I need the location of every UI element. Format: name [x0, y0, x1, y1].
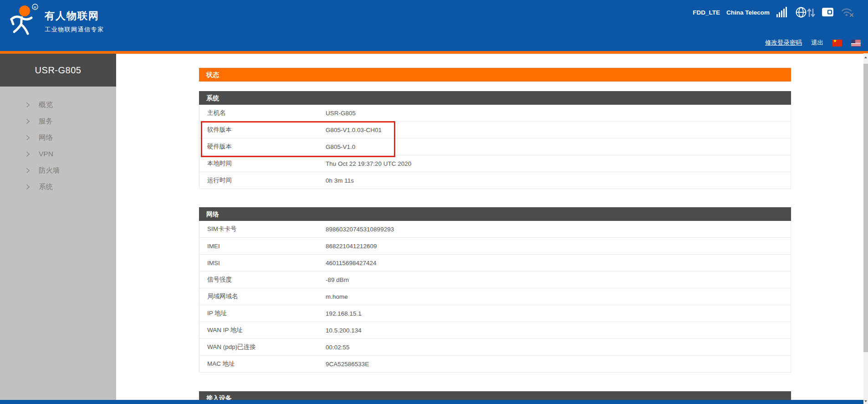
row-label: 局域网域名	[207, 292, 238, 301]
row-value: m.home	[326, 293, 348, 300]
table-row: 局域网域名m.home	[199, 288, 791, 305]
signal-bars-icon	[776, 6, 789, 18]
sidebar-item-label: 网络	[39, 133, 53, 143]
sidebar-item-label: 防火墙	[39, 166, 60, 175]
vertical-scrollbar[interactable]	[863, 53, 868, 404]
usa-flag-icon[interactable]	[851, 40, 861, 46]
chevron-right-icon	[26, 135, 30, 141]
row-label: WAN (pdp)已连接	[207, 343, 256, 351]
sidebar-item-服务[interactable]: 服务	[0, 113, 116, 129]
scroll-up-arrow-icon[interactable]	[864, 56, 867, 58]
row-value: 00:02:55	[326, 344, 350, 351]
accent-divider	[0, 51, 868, 54]
table-row: 主机名USR-G805	[199, 105, 791, 122]
usr-person-logo-icon: R	[6, 2, 44, 37]
footer-bar	[0, 400, 863, 404]
row-value: USR-G805	[326, 110, 356, 117]
row-label: 本地时间	[207, 159, 232, 168]
section-title-system: 系统	[199, 91, 791, 105]
row-label: WAN IP 地址	[207, 326, 243, 334]
table-row: MAC 地址9CA52586533E	[199, 356, 791, 373]
highlight-box	[201, 121, 395, 157]
sidebar-item-概览[interactable]: 概览	[0, 97, 116, 113]
row-value: 89860320745310899293	[326, 226, 394, 233]
carrier-label: China Telecom	[726, 9, 770, 16]
row-value: Thu Oct 22 19:37:20 UTC 2020	[326, 160, 411, 167]
network-section: 网络 SIM卡卡号89860320745310899293IMEI8682210…	[199, 207, 791, 373]
row-label: IMSI	[207, 260, 220, 266]
row-label: MAC 地址	[207, 360, 235, 368]
sidebar-item-VPN[interactable]: VPN	[0, 146, 116, 162]
section-title-network: 网络	[199, 207, 791, 221]
table-row: WAN IP 地址10.5.200.134	[199, 322, 791, 339]
router-admin-page: R 有人物联网 工业物联网通信专家 FDD_LTE China Telecom	[0, 0, 868, 404]
globe-transfer-icon	[795, 6, 815, 19]
sidebar-item-label: 服务	[39, 117, 53, 126]
sidebar-item-label: 概览	[39, 100, 53, 110]
table-row: 本地时间Thu Oct 22 19:37:20 UTC 2020	[199, 155, 791, 172]
wifi-disabled-icon	[841, 6, 854, 18]
row-label: IMEI	[207, 243, 220, 250]
row-label: 运行时间	[207, 176, 232, 184]
sidebar-item-label: 系统	[39, 182, 53, 192]
table-row: WAN (pdp)已连接00:02:55	[199, 339, 791, 356]
table-row: IMEI868221041212609	[199, 238, 791, 255]
row-value: 192.168.15.1	[326, 310, 362, 317]
device-model-title: USR-G805	[0, 54, 116, 87]
table-row: IMSI460115698427424	[199, 255, 791, 271]
scrollbar-thumb[interactable]	[863, 64, 868, 352]
table-row: 信号强度-89 dBm	[199, 271, 791, 288]
table-row: 运行时间0h 3m 11s	[199, 172, 791, 189]
row-label: IP 地址	[207, 309, 227, 317]
top-header: R 有人物联网 工业物联网通信专家 FDD_LTE China Telecom	[0, 0, 868, 51]
row-value: 0h 3m 11s	[326, 177, 354, 184]
row-label: 主机名	[207, 109, 226, 117]
table-row: IP 地址192.168.15.1	[199, 305, 791, 322]
chevron-right-icon	[26, 102, 30, 108]
row-value: 9CA52586533E	[326, 361, 369, 368]
row-label: 信号强度	[207, 276, 232, 284]
sidebar: USR-G805 概览服务网络VPN防火墙系统	[0, 54, 116, 400]
row-value: 868221041212609	[326, 243, 377, 250]
chevron-right-icon	[26, 184, 30, 190]
row-value: 460115698427424	[326, 260, 377, 266]
status-bar: FDD_LTE China Telecom	[693, 5, 854, 19]
page-banner: 状态	[199, 68, 791, 82]
account-bar: 修改登录密码 退出 ★	[765, 38, 861, 48]
sidebar-item-label: VPN	[39, 150, 53, 158]
network-type-label: FDD_LTE	[693, 9, 720, 16]
registered-mark: R	[34, 5, 36, 10]
sim-card-icon	[822, 6, 834, 18]
brand-tagline: 工业物联网通信专家	[45, 26, 104, 34]
china-flag-icon[interactable]: ★	[832, 40, 842, 46]
sidebar-nav: 概览服务网络VPN防火墙系统	[0, 87, 116, 195]
chevron-right-icon	[26, 151, 30, 157]
logout-link[interactable]: 退出	[811, 39, 823, 47]
scroll-down-arrow-icon[interactable]	[864, 400, 867, 402]
brand-name: 有人物联网	[45, 9, 99, 23]
change-password-link[interactable]: 修改登录密码	[765, 39, 802, 47]
row-value: -89 dBm	[326, 276, 349, 283]
sidebar-item-网络[interactable]: 网络	[0, 129, 116, 146]
chevron-right-icon	[26, 168, 30, 174]
sidebar-item-防火墙[interactable]: 防火墙	[0, 162, 116, 179]
row-value: 10.5.200.134	[326, 327, 362, 334]
chevron-right-icon	[26, 118, 30, 124]
sidebar-item-系统[interactable]: 系统	[0, 179, 116, 195]
row-label: SIM卡卡号	[207, 225, 237, 233]
table-row: SIM卡卡号89860320745310899293	[199, 221, 791, 238]
